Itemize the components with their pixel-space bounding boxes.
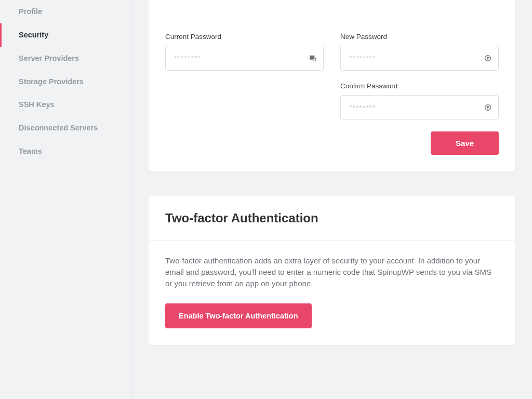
two-factor-card: Two-factor Authentication Two-factor aut… <box>149 196 515 345</box>
sidebar-item-teams[interactable]: Teams <box>0 140 131 163</box>
main-content: Current Password New Password <box>132 0 532 399</box>
current-password-input[interactable] <box>165 46 324 71</box>
confirm-password-label: Confirm Password <box>340 82 499 90</box>
sidebar-item-label: Profile <box>19 7 42 16</box>
svg-point-3 <box>487 57 489 58</box>
svg-rect-1 <box>313 58 316 61</box>
sidebar-item-label: Storage Providers <box>19 77 84 86</box>
confirm-password-input[interactable] <box>340 95 499 120</box>
sidebar-item-profile[interactable]: Profile <box>0 0 131 23</box>
suggest-password-icon <box>483 103 493 112</box>
confirm-password-group: Confirm Password <box>340 82 499 120</box>
sidebar-item-label: Teams <box>19 147 42 155</box>
sidebar-item-label: SSH Keys <box>19 100 55 109</box>
sidebar-item-security[interactable]: Security <box>0 23 131 47</box>
password-manager-icon <box>308 54 317 63</box>
new-password-label: New Password <box>340 33 499 41</box>
card-title <box>165 0 499 3</box>
suggest-password-icon <box>483 54 493 63</box>
save-button[interactable]: Save <box>431 131 499 155</box>
current-password-label: Current Password <box>165 33 324 41</box>
card-title: Two-factor Authentication <box>165 211 499 225</box>
card-header <box>149 0 515 18</box>
change-password-card: Current Password New Password <box>149 0 515 171</box>
sidebar-item-label: Disconnected Servers <box>19 124 98 132</box>
new-password-group: New Password <box>340 33 499 71</box>
card-header: Two-factor Authentication <box>149 196 515 241</box>
current-password-group: Current Password <box>165 33 324 71</box>
tfa-description: Two-factor authentication adds an extra … <box>165 255 499 289</box>
new-password-input[interactable] <box>340 46 499 71</box>
sidebar-item-label: Security <box>19 31 48 39</box>
svg-point-5 <box>487 106 489 108</box>
sidebar-item-server-providers[interactable]: Server Providers <box>0 47 131 70</box>
settings-sidebar: Profile Security Server Providers Storag… <box>0 0 132 399</box>
enable-tfa-button[interactable]: Enable Two-factor Authentication <box>165 303 312 328</box>
sidebar-item-label: Server Providers <box>19 54 79 62</box>
sidebar-item-storage-providers[interactable]: Storage Providers <box>0 70 131 94</box>
sidebar-item-ssh-keys[interactable]: SSH Keys <box>0 93 131 116</box>
sidebar-item-disconnected-servers[interactable]: Disconnected Servers <box>0 116 131 140</box>
